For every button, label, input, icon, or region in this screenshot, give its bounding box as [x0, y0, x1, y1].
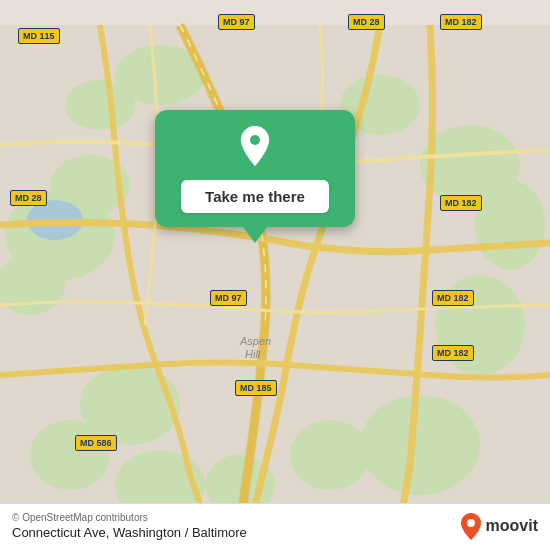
road-sign-md586: MD 586	[75, 435, 117, 451]
svg-point-7	[360, 395, 480, 495]
svg-point-20	[467, 519, 475, 527]
road-sign-md28-top: MD 28	[348, 14, 385, 30]
copyright-text: © OpenStreetMap contributors	[12, 512, 247, 523]
svg-point-19	[250, 135, 260, 145]
moovit-brand-name: moovit	[486, 517, 538, 535]
callout-tail	[243, 227, 267, 243]
svg-point-15	[65, 80, 135, 130]
road-sign-md97-mid: MD 97	[210, 290, 247, 306]
map-background: Aspen Hill	[0, 0, 550, 550]
map-container: Aspen Hill MD 115 MD 97 MD 28 MD 182 MD …	[0, 0, 550, 550]
take-me-there-button[interactable]: Take me there	[181, 180, 329, 213]
bottom-left-info: © OpenStreetMap contributors Connecticut…	[12, 512, 247, 540]
road-sign-md182-top: MD 182	[440, 14, 482, 30]
callout-box: Take me there	[155, 110, 355, 227]
road-sign-md97-top: MD 97	[218, 14, 255, 30]
svg-point-5	[475, 180, 545, 270]
road-sign-md115: MD 115	[18, 28, 60, 44]
road-sign-md182-mid: MD 182	[432, 290, 474, 306]
svg-point-11	[290, 420, 370, 490]
road-sign-md182-right: MD 182	[440, 195, 482, 211]
svg-text:Aspen: Aspen	[239, 335, 271, 347]
location-callout: Take me there	[155, 110, 355, 243]
road-sign-md182-lower: MD 182	[432, 345, 474, 361]
road-sign-md185: MD 185	[235, 380, 277, 396]
location-label: Connecticut Ave, Washington / Baltimore	[12, 525, 247, 540]
svg-text:Hill: Hill	[245, 348, 261, 360]
location-pin-icon	[237, 124, 273, 172]
road-sign-md28-left: MD 28	[10, 190, 47, 206]
bottom-bar: © OpenStreetMap contributors Connecticut…	[0, 503, 550, 550]
svg-point-9	[30, 420, 110, 490]
moovit-pin-icon	[460, 512, 482, 540]
moovit-logo: moovit	[460, 512, 538, 540]
